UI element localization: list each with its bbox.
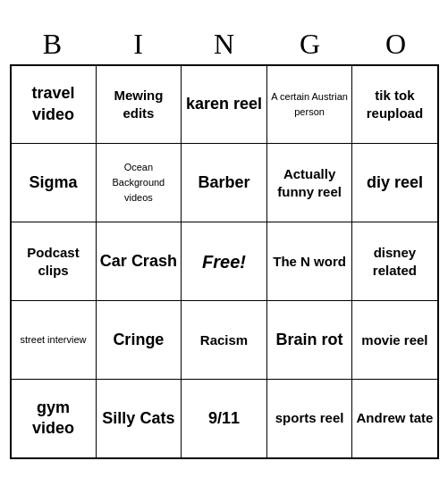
grid-cell: The N word: [266, 222, 352, 301]
grid-cell: Brain rot: [266, 301, 352, 380]
bingo-grid: travel videoMewing editskaren reelA cert…: [10, 64, 439, 459]
cell-text: Brain rot: [276, 331, 343, 348]
grid-cell: Podcast clips: [11, 222, 97, 301]
grid-row: SigmaOcean Background videosBarberActual…: [11, 144, 438, 222]
grid-cell: Silly Cats: [96, 380, 182, 458]
grid-cell: diy reel: [352, 144, 438, 222]
cell-text: Racism: [200, 332, 248, 348]
grid-row: Podcast clipsCar CrashFree!The N worddis…: [11, 222, 438, 301]
cell-text: Silly Cats: [102, 409, 174, 427]
cell-text: disney related: [373, 245, 417, 278]
grid-row: travel videoMewing editskaren reelA cert…: [11, 65, 438, 144]
cell-text: diy reel: [367, 173, 423, 191]
cell-text: tik tok reupload: [367, 88, 423, 121]
grid-cell: karen reel: [182, 65, 267, 144]
cell-text: Sigma: [30, 173, 78, 191]
grid-cell: A certain Austrian person: [266, 65, 352, 144]
grid-cell: Free!: [182, 222, 267, 301]
grid-cell: Car Crash: [96, 222, 182, 301]
grid-cell: Cringe: [96, 301, 182, 380]
cell-text: Barber: [198, 173, 249, 191]
grid-cell: disney related: [352, 222, 438, 301]
grid-cell: gym video: [11, 380, 97, 458]
header-letter: N: [182, 28, 267, 61]
grid-cell: tik tok reupload: [352, 65, 438, 144]
cell-text: Free!: [202, 252, 246, 272]
grid-row: gym videoSilly Cats9/11sports reelAndrew…: [11, 380, 438, 458]
header-letter: I: [96, 28, 182, 61]
cell-text: Podcast clips: [27, 245, 79, 278]
header-letter: O: [353, 28, 439, 61]
grid-cell: Sigma: [11, 144, 97, 222]
grid-cell: 9/11: [182, 380, 267, 458]
cell-text: A certain Austrian person: [271, 91, 348, 117]
bingo-card: BINGO travel videoMewing editskaren reel…: [10, 28, 439, 459]
grid-cell: Andrew tate: [352, 380, 438, 458]
grid-cell: sports reel: [266, 380, 352, 458]
grid-cell: travel video: [11, 65, 97, 144]
grid-cell: Racism: [182, 301, 267, 380]
cell-text: sports reel: [275, 410, 344, 425]
cell-text: Andrew tate: [357, 410, 434, 425]
cell-text: Actually funny reel: [277, 166, 342, 199]
cell-text: The N word: [273, 254, 346, 269]
header-letter: B: [10, 28, 96, 61]
grid-cell: Mewing edits: [96, 65, 182, 144]
grid-cell: Actually funny reel: [266, 144, 352, 222]
cell-text: karen reel: [186, 95, 262, 113]
cell-text: Ocean Background videos: [113, 162, 165, 203]
grid-cell: Barber: [182, 144, 267, 222]
grid-cell: street interview: [11, 301, 97, 380]
cell-text: Mewing edits: [114, 88, 163, 121]
cell-text: gym video: [32, 398, 74, 437]
grid-cell: Ocean Background videos: [96, 144, 182, 222]
cell-text: 9/11: [208, 409, 240, 427]
header-letter: G: [267, 28, 353, 61]
grid-cell: movie reel: [352, 301, 438, 380]
cell-text: street interview: [21, 334, 87, 345]
grid-row: street interviewCringeRacismBrain rotmov…: [11, 301, 438, 380]
cell-text: movie reel: [361, 332, 427, 348]
cell-text: Car Crash: [100, 252, 177, 270]
cell-text: Cringe: [113, 331, 164, 348]
bingo-header: BINGO: [10, 28, 439, 61]
cell-text: travel video: [32, 84, 75, 122]
